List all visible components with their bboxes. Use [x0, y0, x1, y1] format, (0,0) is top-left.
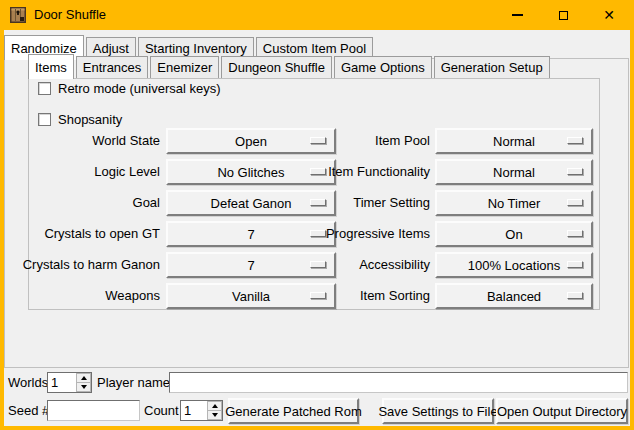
save-settings-button[interactable]: Save Settings to File: [382, 398, 494, 424]
dropdown-indicator-icon: [567, 261, 583, 268]
item-functionality-label: Item Functionality: [294, 159, 430, 185]
item-pool-value: Normal: [493, 134, 535, 149]
window-title: Door Shuffle: [34, 0, 106, 30]
accessibility-dropdown[interactable]: 100% Locations: [435, 252, 593, 278]
open-output-directory-button[interactable]: Open Output Directory: [496, 398, 628, 424]
subtab-enemizer[interactable]: Enemizer: [150, 56, 219, 78]
logic-level-value: No Glitches: [217, 165, 284, 180]
shopsanity-checkbox[interactable]: [38, 113, 51, 126]
door-app-icon: [10, 7, 26, 23]
item-sorting-dropdown[interactable]: Balanced: [435, 283, 593, 309]
window-controls: ✕: [494, 0, 632, 30]
minimize-button[interactable]: [494, 0, 540, 30]
client-area: Randomize Adjust Starting Inventory Cust…: [4, 30, 630, 426]
dropdown-indicator-icon: [567, 199, 583, 206]
worlds-spinbox[interactable]: [47, 372, 92, 393]
item-pool-label: Item Pool: [294, 128, 430, 154]
player-names-label: Player names: [97, 372, 176, 393]
crystals-ganon-value: 7: [247, 258, 254, 273]
world-state-label: World State: [4, 128, 160, 154]
retro-mode-label: Retro mode (universal keys): [58, 81, 221, 96]
accessibility-label: Accessibility: [294, 252, 430, 278]
maximize-icon: [559, 11, 568, 20]
worlds-label: Worlds: [8, 372, 48, 393]
accessibility-value: 100% Locations: [468, 258, 561, 273]
spin-up-icon[interactable]: [207, 401, 222, 411]
goal-value: Defeat Ganon: [211, 196, 292, 211]
item-functionality-value: Normal: [493, 165, 535, 180]
spin-down-icon[interactable]: [76, 383, 91, 392]
retro-mode-checkbox[interactable]: [38, 82, 51, 95]
app-window: Door Shuffle ✕ Randomize Adjust Starting…: [0, 0, 634, 430]
sub-tab-bar: Items Entrances Enemizer Dungeon Shuffle…: [28, 56, 552, 78]
title-bar: Door Shuffle ✕: [0, 0, 634, 30]
subtab-items[interactable]: Items: [28, 54, 74, 79]
progressive-items-dropdown[interactable]: On: [435, 221, 593, 247]
item-pool-dropdown[interactable]: Normal: [435, 128, 593, 154]
world-state-value: Open: [235, 134, 267, 149]
shopsanity-label: Shopsanity: [58, 112, 122, 127]
timer-setting-dropdown[interactable]: No Timer: [435, 190, 593, 216]
seed-input[interactable]: [47, 400, 140, 421]
goal-label: Goal: [4, 190, 160, 216]
dropdown-indicator-icon: [567, 292, 583, 299]
dropdown-indicator-icon: [567, 137, 583, 144]
dropdown-indicator-icon: [567, 168, 583, 175]
count-label: Count: [144, 398, 179, 424]
dropdown-indicator-icon: [567, 230, 583, 237]
close-icon: ✕: [603, 8, 615, 22]
item-functionality-dropdown[interactable]: Normal: [435, 159, 593, 185]
logic-level-label: Logic Level: [4, 159, 160, 185]
timer-setting-label: Timer Setting: [294, 190, 430, 216]
progressive-items-value: On: [505, 227, 522, 242]
item-sorting-value: Balanced: [487, 289, 541, 304]
minimize-icon: [512, 14, 523, 16]
crystals-gt-value: 7: [247, 227, 254, 242]
count-input[interactable]: [181, 401, 207, 420]
subtab-generation-setup[interactable]: Generation Setup: [434, 56, 550, 78]
subtab-entrances[interactable]: Entrances: [76, 56, 149, 78]
player-names-input[interactable]: [169, 372, 628, 393]
crystals-ganon-label: Crystals to harm Ganon: [4, 252, 160, 278]
seed-label: Seed #: [8, 398, 49, 424]
spin-up-icon[interactable]: [76, 373, 91, 383]
item-sorting-label: Item Sorting: [294, 283, 430, 309]
progressive-items-label: Progressive Items: [294, 221, 430, 247]
count-spinbox[interactable]: [180, 400, 223, 421]
subtab-dungeon-shuffle[interactable]: Dungeon Shuffle: [221, 56, 332, 78]
weapons-value: Vanilla: [232, 289, 270, 304]
worlds-input[interactable]: [48, 373, 76, 392]
maximize-button[interactable]: [540, 0, 586, 30]
spin-down-icon[interactable]: [207, 411, 222, 420]
weapons-label: Weapons: [4, 283, 160, 309]
subtab-game-options[interactable]: Game Options: [334, 56, 432, 78]
timer-setting-value: No Timer: [488, 196, 541, 211]
generate-patched-rom-button[interactable]: Generate Patched Rom: [228, 398, 359, 424]
crystals-gt-label: Crystals to open GT: [4, 221, 160, 247]
close-button[interactable]: ✕: [586, 0, 632, 30]
